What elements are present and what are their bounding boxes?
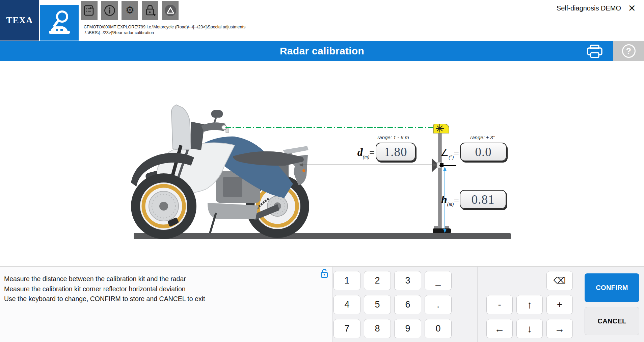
key-9[interactable]: 9 xyxy=(394,319,421,338)
lock-icon xyxy=(320,268,329,279)
height-label: h(m)= xyxy=(437,193,459,207)
bottom-panel: Measure the distance between the calibra… xyxy=(0,266,644,342)
divider xyxy=(578,267,578,342)
divider xyxy=(332,267,333,342)
cancel-button[interactable]: CANCEL xyxy=(585,307,639,335)
close-button[interactable]: ✕ xyxy=(628,3,636,14)
help-button[interactable]: ? xyxy=(613,41,644,61)
texa-logo: TEXA xyxy=(6,15,33,26)
triangle-badge-icon xyxy=(163,3,178,18)
arrow-down-key[interactable]: ↓ xyxy=(516,319,543,338)
lock-add-button[interactable] xyxy=(142,1,158,20)
instruction-line-3: Use the keyboard to change, CONFIRM to s… xyxy=(4,294,205,304)
nav-keypad: ⌫ - ↑ + ← ↓ → xyxy=(486,271,573,338)
breadcrumb-line-2: -\-\BRS\[--/23>]\Rear radar calibration xyxy=(84,30,293,36)
plus-key[interactable]: + xyxy=(546,295,573,314)
backspace-key[interactable]: ⌫ xyxy=(546,271,573,290)
gear-icon: ⚙ xyxy=(124,4,136,17)
angle-label: ∠(°)= xyxy=(439,147,459,160)
info-icon xyxy=(104,4,116,17)
lock-toggle[interactable] xyxy=(320,268,329,279)
breadcrumb: CFMOTO\800MT EXPLORE\799 i.e.\Motorcycle… xyxy=(84,24,293,36)
lock-plus-icon xyxy=(144,4,157,17)
protocol-button[interactable] xyxy=(81,1,98,20)
key-3[interactable]: 3 xyxy=(394,271,421,290)
reflector-target xyxy=(433,124,449,133)
key-1[interactable]: 1 xyxy=(333,271,360,290)
key-2[interactable]: 2 xyxy=(364,271,391,290)
key-8[interactable]: 8 xyxy=(364,319,391,338)
settings-button[interactable]: ⚙ xyxy=(122,1,138,20)
key-7[interactable]: 7 xyxy=(333,319,360,338)
print-button[interactable] xyxy=(585,44,604,59)
numeric-keypad: 1 2 3 _ 4 5 6 . 7 8 9 0 xyxy=(333,271,452,338)
script-icon xyxy=(84,4,95,17)
self-diagnosis-tile[interactable] xyxy=(40,5,79,41)
angle-range-label: range: ± 3° xyxy=(459,135,506,140)
printer-icon xyxy=(586,45,603,59)
key-0[interactable]: 0 xyxy=(425,319,452,338)
angle-value-field[interactable]: 0.0 xyxy=(460,143,507,161)
key-4[interactable]: 4 xyxy=(333,295,360,314)
breadcrumb-line-1: CFMOTO\800MT EXPLORE\799 i.e.\Motorcycle… xyxy=(84,24,293,30)
instruction-text: Measure the distance between the calibra… xyxy=(4,274,205,304)
ground-bar xyxy=(134,233,511,239)
info-button[interactable] xyxy=(101,1,118,20)
vehicle-search-icon xyxy=(46,9,73,36)
confirm-button[interactable]: CONFIRM xyxy=(585,273,639,302)
distance-label: d(m)= xyxy=(347,146,375,160)
distance-range-label: range: 1 - 6 m xyxy=(371,135,415,140)
gear-glyph: ⚙ xyxy=(125,4,134,16)
key-5[interactable]: 5 xyxy=(364,295,391,314)
texa-brand-tile: TEXA xyxy=(0,0,39,41)
session-title: Self-diagnosis DEMO xyxy=(557,4,621,12)
instruction-line-1: Measure the distance between the calibra… xyxy=(4,274,205,284)
header-bar xyxy=(0,41,613,61)
angle-icon: ∠ xyxy=(440,148,449,158)
help-icon: ? xyxy=(622,44,636,58)
minus-key[interactable]: - xyxy=(486,295,513,314)
key-dot[interactable]: . xyxy=(425,295,452,314)
texa-app-button[interactable] xyxy=(162,1,179,20)
calibration-diagram xyxy=(0,61,644,266)
height-value-field[interactable]: 0.81 xyxy=(460,190,506,209)
instruction-line-2: Measure the calibration kit corner refle… xyxy=(4,284,205,294)
arrow-right-key[interactable]: → xyxy=(546,319,573,338)
key-underscore[interactable]: _ xyxy=(425,271,452,290)
motorcycle-illustration xyxy=(131,105,309,239)
distance-value-field[interactable]: 1.80 xyxy=(376,143,415,161)
divider xyxy=(477,267,478,342)
distance-arrow xyxy=(299,163,437,167)
arrow-left-key[interactable]: ← xyxy=(486,319,513,338)
radar-calibration-screen: TEXA ⚙ xyxy=(0,0,644,342)
instruction-area: Measure the distance between the calibra… xyxy=(0,267,332,342)
key-6[interactable]: 6 xyxy=(394,295,421,314)
arrow-up-key[interactable]: ↑ xyxy=(516,295,543,314)
